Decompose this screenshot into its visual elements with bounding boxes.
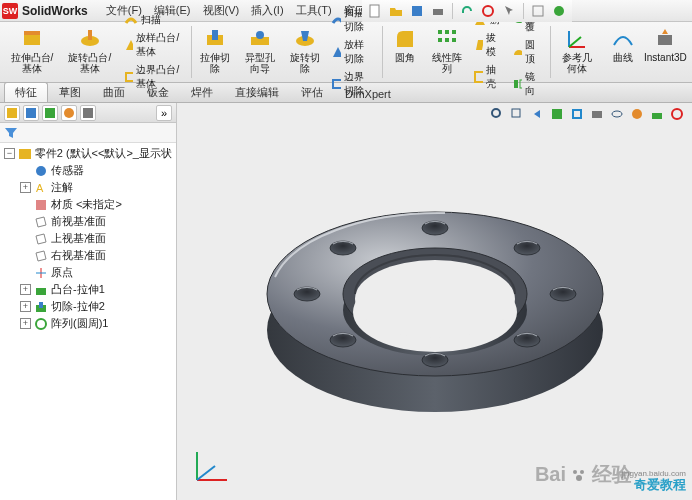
hide-show-icon[interactable] xyxy=(608,105,626,123)
panel-tabs: » xyxy=(0,103,176,123)
svg-rect-9 xyxy=(88,30,92,40)
tree-sensors[interactable]: 传感器 xyxy=(2,162,174,179)
tree-pattern1[interactable]: + 阵列(圆周)1 xyxy=(2,315,174,332)
linear-pattern-button[interactable]: 线性阵列 xyxy=(427,24,467,80)
print-icon[interactable] xyxy=(429,2,447,20)
svg-text:A: A xyxy=(36,182,44,194)
sweep-button[interactable]: 扫描 xyxy=(120,11,184,29)
material-icon xyxy=(34,198,48,212)
apply-scene-icon[interactable] xyxy=(648,105,666,123)
tree-cut2[interactable]: + 切除-拉伸2 xyxy=(2,298,174,315)
undo-icon[interactable] xyxy=(458,2,476,20)
tree-root[interactable]: − 零件2 (默认<<默认>_显示状 xyxy=(2,145,174,162)
graphics-viewport[interactable]: Bai 经验 jingyan.baidu.com 奇爱教程 xyxy=(177,103,692,500)
tree-extrude1[interactable]: + 凸台-拉伸1 xyxy=(2,281,174,298)
loft-boss-button[interactable]: 放样凸台/基体 xyxy=(120,29,184,61)
tree-front-plane[interactable]: 前视基准面 xyxy=(2,213,174,230)
tab-features[interactable]: 特征 xyxy=(4,82,48,102)
ref-geometry-label: 参考几何体 xyxy=(559,52,596,74)
tab-surfaces[interactable]: 曲面 xyxy=(92,82,136,102)
svg-rect-25 xyxy=(514,80,518,88)
revolve-boss-button[interactable]: 旋转凸台/基体 xyxy=(62,24,118,80)
tab-dimxpert[interactable]: DimXpert xyxy=(334,85,402,102)
hole-wizard-button[interactable]: 异型孔向导 xyxy=(237,24,284,80)
curves-button[interactable]: 曲线 xyxy=(603,24,643,80)
expand-icon[interactable]: + xyxy=(20,301,31,312)
rebuild-icon[interactable] xyxy=(479,2,497,20)
separator xyxy=(382,26,383,78)
tab-sketch[interactable]: 草图 xyxy=(48,82,92,102)
tree-sensors-label: 传感器 xyxy=(51,163,84,178)
tab-evaluate[interactable]: 评估 xyxy=(290,82,334,102)
svg-point-73 xyxy=(573,470,577,474)
save-icon[interactable] xyxy=(408,2,426,20)
property-manager-tab-icon[interactable] xyxy=(23,105,39,121)
tab-sheetmetal[interactable]: 钣金 xyxy=(136,82,180,102)
mirror-button[interactable]: 镜向 xyxy=(508,68,543,100)
extrude-cut-button[interactable]: 拉伸切除 xyxy=(195,24,235,80)
svg-rect-34 xyxy=(573,110,581,118)
open-file-icon[interactable] xyxy=(387,2,405,20)
zoom-area-icon[interactable] xyxy=(508,105,526,123)
plane-icon xyxy=(34,249,48,263)
revolve-cut-label: 旋转切除 xyxy=(290,52,320,74)
expand-icon[interactable]: + xyxy=(20,318,31,329)
dimxpert-tab-icon[interactable] xyxy=(61,105,77,121)
feature-tree-tab-icon[interactable] xyxy=(4,105,20,121)
revolve-cut-button[interactable]: 旋转切除 xyxy=(285,24,325,80)
tree-right-plane-label: 右视基准面 xyxy=(51,248,106,263)
linear-pattern-label: 线性阵列 xyxy=(432,52,462,74)
loft-boss-label: 放样凸台/基体 xyxy=(136,31,179,59)
options-icon[interactable] xyxy=(529,2,547,20)
display-style-icon[interactable] xyxy=(588,105,606,123)
view-settings-icon[interactable] xyxy=(668,105,686,123)
dome-button[interactable]: 圆顶 xyxy=(508,36,543,68)
draft-label: 拔模 xyxy=(486,31,500,59)
svg-rect-35 xyxy=(592,111,602,118)
loft-cut-button[interactable]: 放样切除 xyxy=(327,36,375,68)
svg-point-37 xyxy=(632,109,642,119)
select-icon[interactable] xyxy=(500,2,518,20)
fillet-label: 圆角 xyxy=(395,52,415,63)
panel-expand-icon[interactable]: » xyxy=(156,105,172,121)
display-tab-icon[interactable] xyxy=(80,105,96,121)
tab-weldments[interactable]: 焊件 xyxy=(180,82,224,102)
tree-top-plane[interactable]: 上视基准面 xyxy=(2,230,174,247)
previous-view-icon[interactable] xyxy=(528,105,546,123)
help-icon[interactable] xyxy=(550,2,568,20)
svg-rect-48 xyxy=(36,200,46,210)
svg-rect-26 xyxy=(520,80,522,88)
section-view-icon[interactable] xyxy=(548,105,566,123)
tree-origin[interactable]: 原点 xyxy=(2,264,174,281)
instant3d-button[interactable]: Instant3D xyxy=(645,24,686,80)
expand-icon[interactable]: + xyxy=(20,182,31,193)
svg-point-75 xyxy=(576,475,582,481)
extrude-boss-button[interactable]: 拉伸凸台/基体 xyxy=(4,24,60,80)
tree-annotations[interactable]: +A 注解 xyxy=(2,179,174,196)
menu-view[interactable]: 视图(V) xyxy=(197,1,246,20)
separator xyxy=(550,26,551,78)
app-logo-icon: SW xyxy=(2,3,18,19)
shell-button[interactable]: 抽壳 xyxy=(469,61,504,93)
draft-button[interactable]: 拔模 xyxy=(469,29,504,61)
zoom-fit-icon[interactable] xyxy=(488,105,506,123)
tree-material[interactable]: 材质 <未指定> xyxy=(2,196,174,213)
fillet-button[interactable]: 圆角 xyxy=(385,24,425,80)
configuration-tab-icon[interactable] xyxy=(42,105,58,121)
ref-geometry-button[interactable]: 参考几何体 xyxy=(554,24,601,80)
annotations-icon: A xyxy=(34,181,48,195)
tab-direct-edit[interactable]: 直接编辑 xyxy=(224,82,290,102)
menu-insert[interactable]: 插入(I) xyxy=(245,1,289,20)
view-orientation-icon[interactable] xyxy=(568,105,586,123)
sensors-icon xyxy=(34,164,48,178)
svg-rect-18 xyxy=(445,30,449,34)
collapse-icon[interactable]: − xyxy=(4,148,15,159)
new-file-icon[interactable] xyxy=(366,2,384,20)
tree-right-plane[interactable]: 右视基准面 xyxy=(2,247,174,264)
expand-icon[interactable]: + xyxy=(20,284,31,295)
orientation-triad-icon[interactable] xyxy=(187,442,235,490)
edit-appearance-icon[interactable] xyxy=(628,105,646,123)
mirror-label: 镜向 xyxy=(525,70,539,98)
filter-icon[interactable] xyxy=(4,126,18,140)
svg-rect-17 xyxy=(438,30,442,34)
